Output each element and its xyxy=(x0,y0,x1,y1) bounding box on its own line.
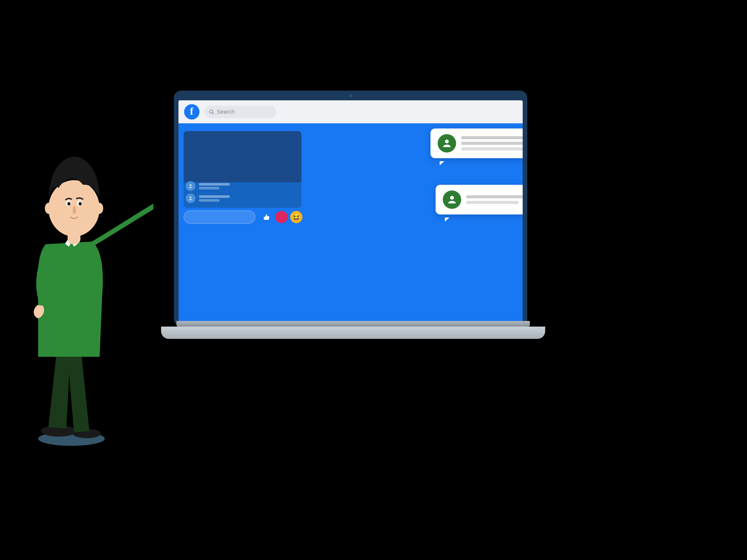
scene: f Search xyxy=(92,50,655,510)
svg-point-9 xyxy=(79,202,82,206)
user-lines-2 xyxy=(199,195,230,202)
svg-line-13 xyxy=(212,113,214,114)
user-avatar-2 xyxy=(186,193,196,203)
comment-input[interactable] xyxy=(184,210,255,224)
chat-line xyxy=(461,148,523,151)
post-user-row xyxy=(186,193,230,203)
chat-content-1 xyxy=(461,136,523,151)
laptop-bezel: f Search xyxy=(174,90,527,326)
chat-line xyxy=(466,201,519,204)
haha-reaction[interactable]: 😆 xyxy=(290,211,303,223)
svg-point-17 xyxy=(450,196,454,199)
chat-line xyxy=(461,136,523,139)
chat-bubble-1 xyxy=(431,129,523,158)
facebook-logo-letter: f xyxy=(190,106,194,116)
svg-point-14 xyxy=(189,184,191,186)
post-actions: 😆 xyxy=(184,210,303,224)
svg-point-11 xyxy=(95,203,103,214)
laptop-bottom xyxy=(161,326,545,339)
chat-avatar-2 xyxy=(443,190,461,209)
facebook-topbar: f Search xyxy=(179,100,523,123)
svg-point-16 xyxy=(445,139,449,143)
user-line xyxy=(199,195,230,198)
laptop-screen: f Search xyxy=(179,100,523,321)
svg-point-8 xyxy=(67,202,71,206)
facebook-logo: f xyxy=(184,104,200,119)
love-reaction[interactable] xyxy=(275,211,288,223)
laptop-camera xyxy=(349,94,352,97)
chat-bubble-2 xyxy=(436,185,523,214)
laptop-hinge xyxy=(176,321,530,326)
post-users xyxy=(186,181,230,203)
user-lines-1 xyxy=(199,183,230,189)
laptop-base xyxy=(161,321,545,339)
chat-content-2 xyxy=(466,195,523,204)
svg-point-15 xyxy=(189,196,191,198)
person-illustration xyxy=(20,121,153,449)
svg-point-12 xyxy=(209,110,213,113)
user-line xyxy=(199,187,220,189)
post-user-row xyxy=(186,181,230,191)
chat-avatar-1 xyxy=(438,134,456,153)
search-placeholder: Search xyxy=(217,108,235,115)
laptop: f Search xyxy=(174,90,545,372)
search-icon xyxy=(209,109,214,115)
reactions: 😆 xyxy=(260,211,303,223)
chat-line xyxy=(466,195,523,198)
post-image xyxy=(184,131,302,182)
search-bar[interactable]: Search xyxy=(205,106,276,118)
chat-line xyxy=(461,142,523,145)
user-avatar-1 xyxy=(186,181,196,191)
facebook-feed: 😆 xyxy=(179,123,523,321)
user-line xyxy=(199,183,230,186)
svg-point-10 xyxy=(45,203,53,214)
user-line xyxy=(199,199,220,202)
like-reaction[interactable] xyxy=(260,211,273,223)
